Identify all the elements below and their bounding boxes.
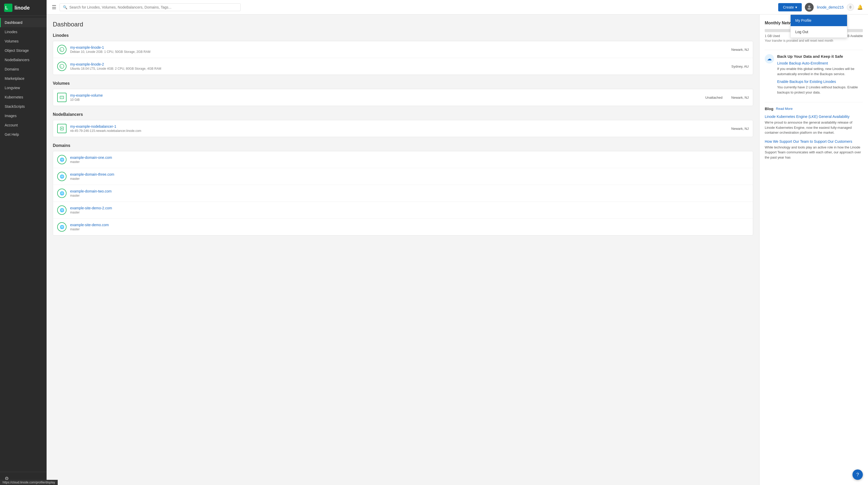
hamburger-button[interactable]: ☰ xyxy=(52,4,56,10)
sidebar-item-label: Get Help xyxy=(5,133,19,137)
domain-icon: 🌐 xyxy=(57,222,66,232)
sidebar-item-dashboard[interactable]: Dashboard xyxy=(0,18,46,27)
volume-desc: 10 GiB xyxy=(70,98,702,102)
svg-text:L: L xyxy=(61,49,62,51)
sidebar-item-volumes[interactable]: Volumes xyxy=(0,36,46,46)
username-button[interactable]: linode_demo215 xyxy=(817,5,844,9)
sidebar-item-label: Linodes xyxy=(5,30,17,34)
sidebar-item-nodebalancers[interactable]: NodeBalancers xyxy=(0,55,46,64)
create-chevron-icon: ▾ xyxy=(795,5,797,9)
backup-section: ☁ Back Up Your Data and Keep it Safe Lin… xyxy=(765,50,863,102)
linode-desc: Debian 10, Linode 2GB: 1 CPU, 50GB Stora… xyxy=(70,50,728,54)
topbar: ☰ 🔍 Create ▾ linode_demo215 0 🔔 My Profi… xyxy=(46,0,868,15)
domain-icon: 🌐 xyxy=(57,189,66,198)
volumes-list: my-example-volume 10 GiB Unattached Newa… xyxy=(53,89,753,106)
domain-icon: 🌐 xyxy=(57,205,66,215)
linodes-section: Linodes L my-example-linode-1 Debian 10,… xyxy=(53,33,753,75)
sidebar-item-stackscripts[interactable]: StackScripts xyxy=(0,102,46,111)
domains-section-title: Domains xyxy=(53,143,753,148)
blog-item-title[interactable]: How We Support Our Team to Support Our C… xyxy=(765,139,863,144)
linode-icon: L xyxy=(57,45,66,54)
notification-count-badge[interactable]: 0 xyxy=(847,4,854,11)
sidebar-item-domains[interactable]: Domains xyxy=(0,64,46,74)
domain-type: master xyxy=(70,227,749,231)
user-dropdown-menu: My Profile Log Out xyxy=(790,15,847,38)
backup-heading: Back Up Your Data and Keep it Safe xyxy=(777,54,863,59)
linode-name[interactable]: my-example-linode-1 xyxy=(70,45,728,50)
content-area: Dashboard Linodes L my-example-linode-1 … xyxy=(46,15,868,485)
sidebar-item-label: Dashboard xyxy=(5,21,23,25)
list-item: How We Support Our Team to Support Our C… xyxy=(765,139,863,160)
sidebar-item-label: Kubernetes xyxy=(5,95,23,99)
blog-section: Blog Read More Linode Kubernetes Engine … xyxy=(765,102,863,160)
domain-name[interactable]: example-site-demo-2.com xyxy=(70,206,749,210)
bell-icon[interactable]: 🔔 xyxy=(857,4,863,10)
user-avatar[interactable] xyxy=(805,3,814,12)
nodebalancer-icon xyxy=(57,124,66,133)
list-item: 🌐 example-site-demo-2.com master xyxy=(53,202,753,219)
volume-name[interactable]: my-example-volume xyxy=(70,93,702,97)
sidebar-item-marketplace[interactable]: Marketplace xyxy=(0,74,46,83)
list-item: 🌐 example-domain-three.com master xyxy=(53,168,753,185)
sidebar-item-kubernetes[interactable]: Kubernetes xyxy=(0,92,46,102)
blog-item-desc: While technology and tools play an activ… xyxy=(765,145,863,160)
sidebar-item-get-help[interactable]: Get Help xyxy=(0,130,46,139)
domain-name[interactable]: example-domain-three.com xyxy=(70,172,749,176)
search-icon: 🔍 xyxy=(63,5,67,9)
nodebalancer-location: Newark, NJ xyxy=(731,127,749,131)
cloud-backup-icon: ☁ xyxy=(765,54,774,63)
linode-location: Newark, NJ xyxy=(731,48,749,52)
linode-logo-icon: L xyxy=(4,4,12,12)
sidebar-item-longview[interactable]: Longview xyxy=(0,83,46,92)
list-item: Linode Kubernetes Engine (LKE) General A… xyxy=(765,115,863,135)
create-button[interactable]: Create ▾ xyxy=(778,3,802,11)
linode-desc: Ubuntu 18.04 LTS, Linode 4GB: 2 CPU, 80G… xyxy=(70,67,728,70)
blog-header: Blog Read More xyxy=(765,107,863,111)
sidebar-item-label: Images xyxy=(5,114,17,118)
domain-type: master xyxy=(70,211,749,214)
svg-point-11 xyxy=(61,128,62,129)
transfer-used: 1 GB Used xyxy=(765,34,780,38)
domain-type: master xyxy=(70,177,749,180)
linode-name[interactable]: my-example-linode-2 xyxy=(70,62,728,66)
volume-location: Newark, NJ xyxy=(731,95,749,99)
sidebar-item-linodes[interactable]: Linodes xyxy=(0,27,46,36)
domain-icon: 🌐 xyxy=(57,155,66,164)
domain-name[interactable]: example-domain-one.com xyxy=(70,155,749,160)
nodebalancers-section: NodeBalancers my-example-nodebalancer-1 … xyxy=(53,112,753,137)
domain-type: master xyxy=(70,194,749,197)
sidebar-item-object-storage[interactable]: Object Storage xyxy=(0,46,46,55)
sidebar-nav: Dashboard Linodes Volumes Object Storage… xyxy=(0,16,46,472)
sidebar-item-label: Volumes xyxy=(5,39,19,43)
sidebar-item-label: StackScripts xyxy=(5,105,25,109)
backup-auto-enrollment-link[interactable]: Linode Backup Auto-Enrollment xyxy=(777,61,828,65)
backup-existing-link[interactable]: Enable Backups for Existing Linodes xyxy=(777,80,836,84)
volume-icon xyxy=(57,93,66,102)
create-label: Create xyxy=(783,5,794,9)
sidebar-item-images[interactable]: Images xyxy=(0,111,46,120)
linodes-section-title: Linodes xyxy=(53,33,753,38)
nodebalancer-name[interactable]: my-example-nodebalancer-1 xyxy=(70,124,728,129)
domain-type: master xyxy=(70,160,749,164)
blog-item-desc: We're proud to announce the general avai… xyxy=(765,120,863,135)
domain-icon: 🌐 xyxy=(57,172,66,181)
main-area: ☰ 🔍 Create ▾ linode_demo215 0 🔔 My Profi… xyxy=(46,0,868,485)
domain-name[interactable]: example-site-demo.com xyxy=(70,223,749,227)
transfer-note: Your transfer is prorated and will reset… xyxy=(765,39,863,42)
search-input[interactable] xyxy=(69,5,237,9)
blog-item-title[interactable]: Linode Kubernetes Engine (LKE) General A… xyxy=(765,115,863,119)
right-panel: Monthly Network Transfer Pool 1 GB Used … xyxy=(759,15,868,485)
blog-read-more-link[interactable]: Read More xyxy=(776,107,793,111)
domain-name[interactable]: example-domain-two.com xyxy=(70,189,749,193)
help-fab-button[interactable]: ? xyxy=(852,469,863,480)
logout-menu-item[interactable]: Log Out xyxy=(790,26,847,37)
sidebar-item-account[interactable]: Account xyxy=(0,120,46,130)
my-profile-menu-item[interactable]: My Profile xyxy=(790,15,847,26)
sidebar-item-label: Domains xyxy=(5,67,19,71)
sidebar-item-label: NodeBalancers xyxy=(5,58,30,62)
volumes-section: Volumes my-example-volume 10 GiB Unattac… xyxy=(53,81,753,106)
nodebalancers-list: my-example-nodebalancer-1 nb-45-79-246-1… xyxy=(53,120,753,137)
topbar-right: Create ▾ linode_demo215 0 🔔 xyxy=(778,3,863,12)
status-url: https://cloud.linode.com/profile/display xyxy=(3,481,55,484)
status-bar: https://cloud.linode.com/profile/display xyxy=(0,480,58,485)
